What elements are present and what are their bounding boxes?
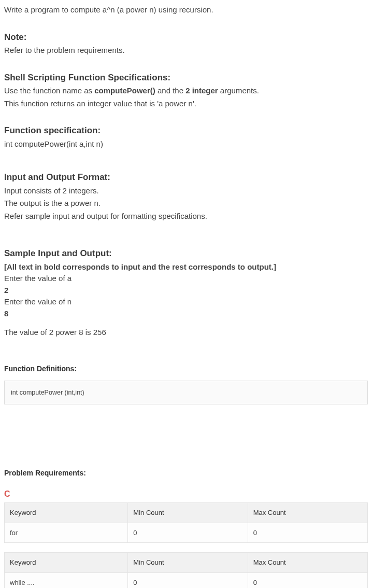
table-row: while .... 0 0 [5,572,368,588]
sample-result: The value of 2 power 8 is 256 [4,327,368,339]
func-spec-heading: Function specification: [4,124,368,137]
problem-requirements-heading: Problem Requirements: [4,468,368,479]
note-text: Refer to the problem requirements. [4,45,368,57]
cell-keyword: while .... [5,572,128,588]
problem-intro: Write a program to compute a^n (a power … [4,4,368,16]
note-heading: Note: [4,31,368,44]
note-section: Note: Refer to the problem requirements. [4,31,368,57]
io-format-l3: Refer sample input and output for format… [4,211,368,222]
cell-min: 0 [128,572,248,588]
cell-keyword: for [5,523,128,543]
col-keyword: Keyword [5,553,128,573]
col-max-count: Max Count [248,503,367,523]
func-spec-signature: int computePower(int a,int n) [4,138,368,150]
language-label: C [4,488,368,501]
col-max-count: Max Count [248,553,367,573]
shell-spec-line1: Use the function name as computePower() … [4,85,368,97]
cell-max: 0 [248,523,367,543]
problem-requirements-section: Problem Requirements: C Keyword Min Coun… [4,468,368,588]
sample-value-a: 2 [4,285,368,297]
shell-spec-l1-pre: Use the function name as [4,86,94,95]
sample-io-note: [All text in bold corresponds to input a… [4,261,368,273]
sample-io-section: Sample Input and Output: [All text in bo… [4,247,368,339]
shell-spec-l1-mid: and the [155,86,185,95]
shell-spec-args: 2 integer [185,86,218,95]
io-format-heading: Input and Output Format: [4,171,368,184]
table-header-row: Keyword Min Count Max Count [5,553,368,573]
sample-prompt-n: Enter the value of n [4,296,368,308]
io-format-l1: Input consists of 2 integers. [4,185,368,197]
func-defs-section: Function Definitions: int computePower (… [4,363,368,405]
cell-max: 0 [248,572,367,588]
func-spec-section: Function specification: int computePower… [4,124,368,150]
func-defs-code: int computePower (int,int) [4,381,368,405]
shell-spec-fn-name: computePower() [94,86,155,95]
shell-spec-l1-post: arguments. [218,86,259,95]
func-defs-heading: Function Definitions: [4,363,368,374]
table-row: for 0 0 [5,523,368,543]
shell-spec-section: Shell Scripting Function Specifications:… [4,71,368,110]
io-format-l2: The output is the a power n. [4,198,368,209]
requirements-table-1: Keyword Min Count Max Count for 0 0 [4,502,368,543]
table-header-row: Keyword Min Count Max Count [5,503,368,523]
cell-min: 0 [128,523,248,543]
sample-value-n: 8 [4,308,368,320]
sample-prompt-a: Enter the value of a [4,273,368,285]
shell-spec-heading: Shell Scripting Function Specifications: [4,71,368,85]
col-keyword: Keyword [5,503,128,523]
col-min-count: Min Count [128,553,248,573]
io-format-section: Input and Output Format: Input consists … [4,171,368,222]
requirements-table-2: Keyword Min Count Max Count while .... 0… [4,552,368,588]
col-min-count: Min Count [128,503,248,523]
sample-io-heading: Sample Input and Output: [4,247,368,260]
shell-spec-line2: This function returns an integer value t… [4,98,368,110]
